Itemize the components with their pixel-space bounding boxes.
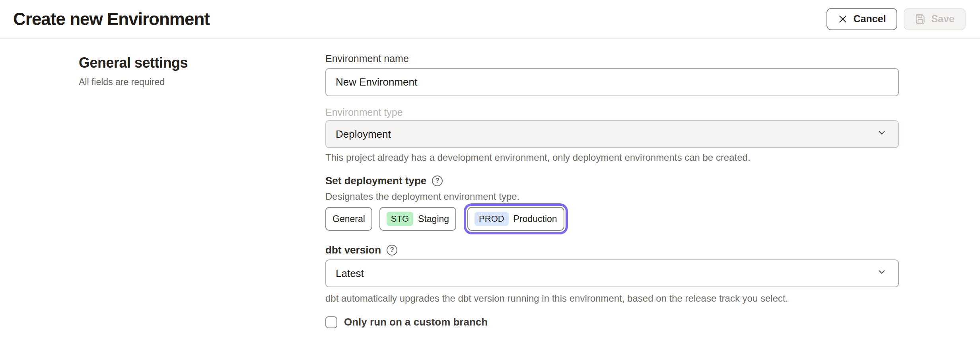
header-actions: Cancel Save [826, 8, 966, 30]
staging-badge: STG [387, 212, 413, 226]
custom-branch-row: Only run on a custom branch [325, 316, 899, 328]
save-icon [915, 14, 926, 25]
environment-name-input[interactable] [325, 68, 899, 96]
cancel-button[interactable]: Cancel [826, 8, 897, 30]
environment-type-help: This project already has a development e… [325, 152, 899, 163]
question-mark-icon[interactable]: ? [432, 175, 443, 186]
deployment-type-label: Set deployment type [325, 174, 426, 187]
page-header: Create new Environment Cancel Save [0, 0, 980, 39]
dbt-version-label-row: dbt version ? [325, 244, 899, 256]
environment-form: Environment name Environment type Deploy… [325, 53, 899, 328]
custom-branch-checkbox[interactable] [325, 316, 337, 328]
settings-summary: General settings All fields are required [79, 55, 301, 88]
page-title: Create new Environment [13, 9, 210, 29]
dbt-version-value: Latest [336, 267, 364, 280]
cancel-button-label: Cancel [854, 13, 886, 25]
section-heading: General settings [79, 55, 301, 71]
section-subheading: All fields are required [79, 77, 301, 88]
deployment-type-options: General STG Staging PROD Production [325, 207, 899, 231]
main-content: General settings All fields are required… [0, 39, 980, 347]
dbt-version-help: dbt automatically upgrades the dbt versi… [325, 293, 899, 304]
dbt-version-label: dbt version [325, 244, 381, 256]
chevron-down-icon [877, 267, 887, 280]
save-button[interactable]: Save [904, 8, 966, 30]
chevron-down-icon [877, 128, 887, 141]
deployment-type-production-button[interactable]: PROD Production [467, 207, 564, 231]
question-mark-icon[interactable]: ? [387, 245, 397, 255]
environment-type-select: Deployment [325, 120, 899, 148]
custom-branch-label: Only run on a custom branch [344, 316, 488, 328]
deployment-type-staging-button[interactable]: STG Staging [379, 207, 456, 231]
production-badge: PROD [474, 212, 509, 226]
deployment-type-label-row: Set deployment type ? [325, 174, 899, 187]
deployment-type-general-button[interactable]: General [325, 207, 372, 231]
deployment-type-description: Designates the deployment environment ty… [325, 191, 899, 202]
environment-type-label: Environment type [325, 107, 899, 118]
dbt-version-select[interactable]: Latest [325, 259, 899, 287]
deployment-type-staging-label: Staging [418, 214, 449, 224]
environment-name-label: Environment name [325, 53, 899, 64]
deployment-type-production-label: Production [513, 214, 557, 224]
close-icon [838, 14, 848, 24]
deployment-type-general-label: General [332, 214, 365, 224]
environment-type-value: Deployment [336, 128, 391, 140]
save-button-label: Save [931, 13, 955, 25]
